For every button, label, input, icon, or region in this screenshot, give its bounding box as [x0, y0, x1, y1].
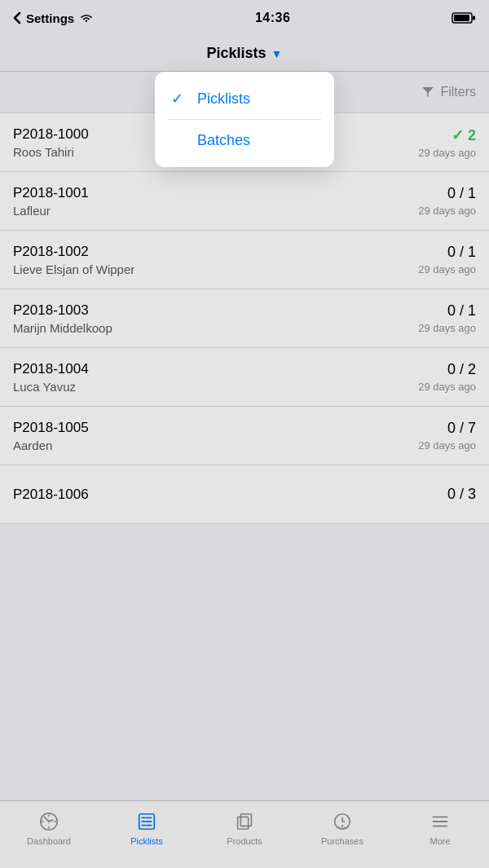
check-icon: ✓ [171, 90, 189, 108]
dropdown-item-picklists[interactable]: ✓ Picklists [155, 78, 334, 119]
dropdown-label-picklists: Picklists [197, 90, 250, 108]
dropdown-label-batches: Batches [197, 132, 250, 149]
dropdown-item-batches[interactable]: ✓ Batches [155, 120, 334, 161]
dropdown-menu: ✓ Picklists ✓ Batches [155, 72, 334, 167]
